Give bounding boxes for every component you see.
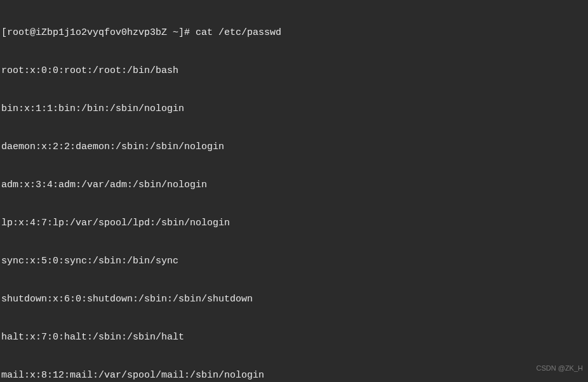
output-line: sync:x:5:0:sync:/sbin:/bin/sync [1, 255, 588, 268]
output-line: lp:x:4:7:lp:/var/spool/lpd:/sbin/nologin [1, 217, 588, 230]
output-line: shutdown:x:6:0:shutdown:/sbin:/sbin/shut… [1, 293, 588, 306]
output-line: mail:x:8:12:mail:/var/spool/mail:/sbin/n… [1, 369, 588, 382]
output-line: root:x:0:0:root:/root:/bin/bash [1, 65, 588, 77]
output-line: daemon:x:2:2:daemon:/sbin:/sbin/nologin [1, 141, 588, 154]
shell-prompt: [root@iZbp1j1o2vyqfov0hzvp3bZ ~]# [1, 27, 196, 38]
output-line: adm:x:3:4:adm:/var/adm:/sbin/nologin [1, 179, 588, 192]
output-line: halt:x:7:0:halt:/sbin:/sbin/halt [1, 331, 588, 344]
terminal-window[interactable]: [root@iZbp1j1o2vyqfov0hzvp3bZ ~]# cat /e… [0, 0, 588, 382]
output-line: bin:x:1:1:bin:/bin:/sbin/nologin [1, 103, 588, 115]
watermark-text: CSDN @ZK_H [536, 362, 583, 374]
command-text: cat /etc/passwd [196, 27, 281, 38]
terminal-line: [root@iZbp1j1o2vyqfov0hzvp3bZ ~]# cat /e… [1, 27, 588, 39]
